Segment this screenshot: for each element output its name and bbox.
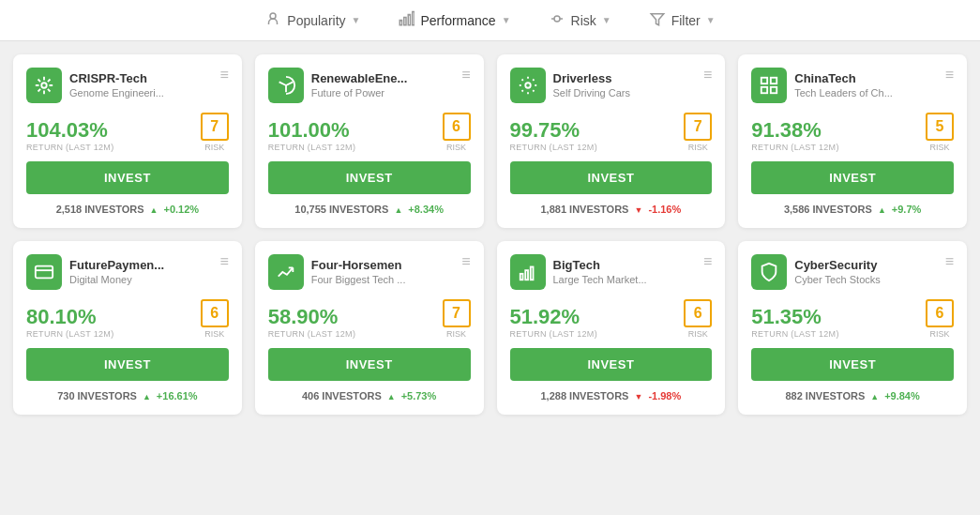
card-menu-chinatech[interactable]: ≡ — [945, 68, 954, 83]
card-header-futurepayment: FuturePaymen... Digital Money ≡ — [26, 254, 229, 290]
card-risk-block-chinatech: 5 RISK — [926, 113, 954, 152]
card-logo-chinatech — [751, 68, 787, 103]
card-menu-bigtech[interactable]: ≡ — [703, 254, 712, 269]
svg-rect-2 — [404, 17, 406, 24]
svg-point-10 — [525, 83, 531, 88]
card-risk-block-bigtech: 6 RISK — [684, 299, 712, 339]
card-header-left-renewable: RenewableEne... Future of Power — [268, 68, 408, 103]
card-subtitle-cybersecurity: Cyber Tech Stocks — [794, 273, 881, 286]
svg-rect-14 — [771, 87, 776, 93]
investors-count-cybersecurity: 882 INVESTORS — [785, 390, 865, 401]
card-subtitle-chinatech: Tech Leaders of Ch... — [794, 86, 893, 99]
card-menu-cybersecurity[interactable]: ≡ — [945, 254, 954, 269]
card-title-block-renewable: RenewableEne... Future of Power — [311, 71, 408, 99]
invest-button-fourhorsemen[interactable]: INVEST — [268, 348, 471, 381]
card-title-renewable: RenewableEne... — [311, 71, 408, 86]
card-investors-bigtech: 1,288 INVESTORS -1.98% — [510, 390, 713, 401]
invest-button-cybersecurity[interactable]: INVEST — [751, 348, 954, 381]
card-return-block-chinatech: 91.38% RETURN (LAST 12M) — [751, 120, 838, 152]
card-return-block-driverless: 99.75% RETURN (LAST 12M) — [510, 120, 597, 152]
svg-rect-12 — [771, 78, 776, 83]
invest-button-bigtech[interactable]: INVEST — [510, 348, 713, 381]
nav-performance[interactable]: Performance ▼ — [398, 10, 510, 31]
svg-rect-13 — [761, 87, 767, 93]
investors-change-bigtech: -1.98% — [648, 390, 681, 401]
card-subtitle-driverless: Self Driving Cars — [553, 86, 631, 99]
card-header-left-bigtech: BigTech Large Tech Market... — [510, 254, 647, 290]
invest-button-crispr[interactable]: INVEST — [26, 161, 229, 194]
card-risk-block-futurepayment: 6 RISK — [201, 299, 229, 339]
card-return-block-cybersecurity: 51.35% RETURN (LAST 12M) — [751, 307, 838, 339]
card-return-label-cybersecurity: RETURN (LAST 12M) — [751, 329, 838, 339]
card-return-crispr: 104.03% — [26, 120, 113, 141]
investors-count-crispr: 2,518 INVESTORS — [56, 204, 144, 215]
card-title-block-driverless: Driverless Self Driving Cars — [553, 71, 631, 99]
card-title-block-cybersecurity: CyberSecurity Cyber Tech Stocks — [794, 258, 881, 286]
investors-arrow-bigtech — [634, 390, 642, 401]
card-risk-label-renewable: RISK — [446, 143, 466, 152]
investors-arrow-fourhorsemen — [387, 390, 396, 401]
card-return-block-bigtech: 51.92% RETURN (LAST 12M) — [510, 307, 597, 339]
card-title-bigtech: BigTech — [553, 258, 647, 273]
card-header-renewable: RenewableEne... Future of Power ≡ — [268, 68, 471, 103]
nav-filter[interactable]: Filter ▼ — [649, 10, 716, 31]
investors-arrow-chinatech — [878, 204, 886, 215]
card-return-label-futurepayment: RETURN (LAST 12M) — [26, 329, 113, 339]
card-fourhorsemen: Four-Horsemen Four Biggest Tech ... ≡ 58… — [255, 241, 484, 415]
card-risk-label-chinatech: RISK — [929, 143, 949, 152]
card-risk-label-futurepayment: RISK — [204, 329, 224, 339]
svg-point-5 — [554, 16, 560, 22]
invest-button-futurepayment[interactable]: INVEST — [26, 348, 229, 381]
card-menu-driverless[interactable]: ≡ — [703, 68, 712, 83]
top-nav: Popularity ▼ Performance ▼ Risk ▼ Filter… — [0, 0, 980, 41]
card-title-block-chinatech: ChinaTech Tech Leaders of Ch... — [794, 71, 893, 99]
card-stats-fourhorsemen: 58.90% RETURN (LAST 12M) 7 RISK — [268, 299, 471, 339]
nav-risk[interactable]: Risk ▼ — [549, 10, 611, 31]
card-renewable: RenewableEne... Future of Power ≡ 101.00… — [255, 54, 484, 228]
nav-popularity[interactable]: Popularity ▼ — [264, 10, 360, 31]
card-header-chinatech: ChinaTech Tech Leaders of Ch... ≡ — [751, 68, 954, 103]
invest-button-renewable[interactable]: INVEST — [268, 161, 471, 194]
card-investors-driverless: 1,881 INVESTORS -1.16% — [510, 204, 713, 215]
investors-change-crispr: +0.12% — [164, 204, 200, 215]
card-logo-futurepayment — [26, 254, 62, 290]
card-return-cybersecurity: 51.35% — [751, 307, 838, 327]
card-header-left-fourhorsemen: Four-Horsemen Four Biggest Tech ... — [268, 254, 406, 290]
card-risk-block-crispr: 7 RISK — [201, 113, 229, 152]
card-title-block-crispr: CRISPR-Tech Genome Engineeri... — [69, 71, 164, 99]
card-return-label-renewable: RETURN (LAST 12M) — [268, 143, 355, 152]
card-stats-renewable: 101.00% RETURN (LAST 12M) 6 RISK — [268, 113, 471, 152]
card-title-block-bigtech: BigTech Large Tech Market... — [553, 258, 647, 286]
card-return-block-renewable: 101.00% RETURN (LAST 12M) — [268, 120, 355, 152]
card-menu-crispr[interactable]: ≡ — [219, 68, 228, 83]
card-header-fourhorsemen: Four-Horsemen Four Biggest Tech ... ≡ — [268, 254, 471, 290]
card-menu-renewable[interactable]: ≡ — [461, 68, 470, 83]
card-header-crispr: CRISPR-Tech Genome Engineeri... ≡ — [26, 68, 229, 103]
card-risk-badge-renewable: 6 — [443, 113, 471, 141]
filter-label: Filter — [671, 13, 701, 28]
invest-button-driverless[interactable]: INVEST — [510, 161, 713, 194]
card-risk-badge-cybersecurity: 6 — [926, 299, 954, 327]
card-return-bigtech: 51.92% — [510, 307, 597, 327]
card-return-label-crispr: RETURN (LAST 12M) — [26, 143, 113, 152]
card-logo-cybersecurity — [751, 254, 787, 290]
card-stats-futurepayment: 80.10% RETURN (LAST 12M) 6 RISK — [26, 299, 229, 339]
risk-icon — [549, 10, 565, 31]
card-driverless: Driverless Self Driving Cars ≡ 99.75% RE… — [497, 54, 726, 228]
card-risk-label-driverless: RISK — [688, 143, 708, 152]
performance-label: Performance — [420, 13, 495, 28]
invest-button-chinatech[interactable]: INVEST — [751, 161, 954, 194]
card-menu-fourhorsemen[interactable]: ≡ — [461, 254, 470, 269]
card-logo-driverless — [510, 68, 546, 103]
card-title-driverless: Driverless — [553, 71, 631, 86]
card-return-label-fourhorsemen: RETURN (LAST 12M) — [268, 329, 355, 339]
investors-count-chinatech: 3,586 INVESTORS — [784, 204, 872, 215]
investors-change-futurepayment: +16.61% — [157, 390, 198, 401]
card-risk-block-driverless: 7 RISK — [684, 113, 712, 152]
card-risk-label-crispr: RISK — [204, 143, 224, 152]
card-menu-futurepayment[interactable]: ≡ — [219, 254, 228, 269]
card-subtitle-futurepayment: Digital Money — [69, 273, 164, 286]
card-return-block-fourhorsemen: 58.90% RETURN (LAST 12M) — [268, 307, 355, 339]
investors-arrow-crispr — [150, 204, 158, 215]
card-bigtech: BigTech Large Tech Market... ≡ 51.92% RE… — [497, 241, 726, 415]
